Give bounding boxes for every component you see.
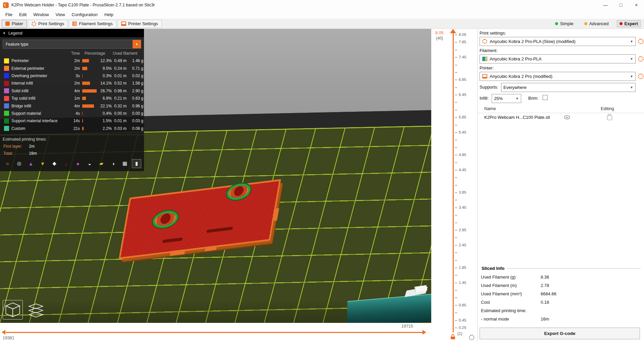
feature-color-swatch xyxy=(4,111,9,116)
object-editing-icon[interactable] xyxy=(607,115,612,120)
print-settings-value: Anycubic Kobra 2 Pro-PLA (Slow) (modifie… xyxy=(490,39,628,44)
filament-gear-button[interactable] xyxy=(638,56,644,62)
maximize-button[interactable]: □ xyxy=(613,0,629,10)
gl-canvas[interactable]: ▼ Legend Feature type ▼ Time Percentage … xyxy=(0,29,431,323)
window-title: K2Pro Webcam Holder - Tapo C100 Plate - … xyxy=(11,3,155,7)
tab-filament-settings[interactable]: Filament Settings xyxy=(69,20,116,28)
deretractions-icon[interactable]: ▲ xyxy=(26,159,36,168)
legend-header[interactable]: ▼ Legend xyxy=(0,29,144,37)
feature-percentage: 9.5% xyxy=(97,66,112,71)
layers-icon xyxy=(27,303,45,319)
layer-slider-track[interactable] xyxy=(453,33,454,332)
legend-row-internal-infill: Internal infill2m14.1%0.52 m1.56 g xyxy=(0,80,144,87)
dropdown-arrow-icon[interactable]: ▼ xyxy=(133,40,141,48)
layer-tick xyxy=(455,312,457,313)
divider xyxy=(507,268,641,268)
chevron-down-icon[interactable]: ▾ xyxy=(628,57,635,61)
shells-icon[interactable]: ◎ xyxy=(14,159,24,168)
mode-simple[interactable]: Simple xyxy=(552,20,576,27)
feature-length: 0.49 m xyxy=(112,58,127,63)
minimize-button[interactable]: — xyxy=(598,0,613,10)
menu-window[interactable]: Window xyxy=(30,12,52,17)
tab-printer-settings[interactable]: Printer Settings xyxy=(117,20,162,28)
percentage-bar-box xyxy=(82,104,97,108)
chevron-down-icon[interactable]: ▾ xyxy=(513,96,521,101)
sliced-info-row: Cost0.18 xyxy=(480,298,641,306)
travels-icon[interactable]: ≈ xyxy=(3,159,12,168)
close-button[interactable]: × xyxy=(629,0,644,10)
layer-tick-label: 7.45 xyxy=(459,55,466,59)
filament-combo[interactable]: Anycubic Kobra 2 Pro-PLA ▾ xyxy=(480,54,636,63)
total-time-row: Total: 16m xyxy=(0,149,144,156)
layer-tick xyxy=(455,65,457,65)
lock-icon[interactable] xyxy=(451,334,455,339)
brim-checkbox[interactable] xyxy=(543,95,548,100)
layer-tick xyxy=(455,297,457,298)
feature-length: 0.24 m xyxy=(112,66,127,71)
shells-view-icon[interactable]: ◑ xyxy=(108,159,118,168)
layer-tick xyxy=(455,57,457,58)
custom-gcode-icon[interactable]: ▰ xyxy=(97,159,106,168)
feature-name: Custom xyxy=(11,126,66,131)
print-settings-combo[interactable]: Anycubic Kobra 2 Pro-PLA (Slow) (modifie… xyxy=(480,37,636,46)
color-changes-icon[interactable]: ● xyxy=(73,159,83,168)
legend-toggle-icon[interactable]: ▮ xyxy=(132,159,141,168)
slider-left-arrow-icon[interactable] xyxy=(2,330,5,335)
print-settings-gear-button[interactable] xyxy=(638,39,644,44)
mode-expert[interactable]: Expert xyxy=(617,20,641,27)
layers-view-button[interactable] xyxy=(26,302,46,320)
tab-label: Print Settings xyxy=(38,21,64,26)
layer-tick xyxy=(455,117,457,118)
percentage-bar xyxy=(82,82,90,85)
menu-view[interactable]: View xyxy=(52,12,68,17)
seams-icon[interactable]: ◆ xyxy=(50,159,59,168)
layer-tick-label: 7.85 xyxy=(459,40,466,44)
feature-color-swatch xyxy=(4,103,9,108)
printer-gear-button[interactable] xyxy=(638,74,644,79)
cube-icon xyxy=(4,301,21,318)
legend-row-top-solid-infill: Top solid infill1m6.9%0.21 m0.63 g xyxy=(0,95,144,102)
slider-right-arrow-icon[interactable] xyxy=(423,330,426,335)
slider-gear-icon[interactable] xyxy=(469,335,475,340)
mode-advanced[interactable]: Advanced xyxy=(582,20,611,27)
tab-label: Filament Settings xyxy=(79,21,112,26)
time-estimate-icon[interactable]: ◒ xyxy=(85,159,94,168)
feature-name: Internal infill xyxy=(11,81,66,86)
window-controls: — □ × xyxy=(598,0,644,10)
printer-combo[interactable]: Anycubic Kobra 2 Pro (modified) ▾ xyxy=(480,72,636,81)
menu-edit[interactable]: Edit xyxy=(16,12,30,17)
menu-file[interactable]: File xyxy=(2,12,16,17)
export-gcode-button[interactable]: Export G-code xyxy=(480,328,640,339)
mode-dot-icon xyxy=(620,22,623,25)
percentage-bar xyxy=(82,67,87,70)
pause-prints-icon[interactable]: ↓ xyxy=(61,159,71,168)
layer-tick-label: 5.85 xyxy=(459,115,466,119)
layer-tick-label: 1.85 xyxy=(459,265,466,270)
layer-tick xyxy=(455,162,457,163)
column-percentage: Percentage xyxy=(85,51,111,56)
menu-configuration[interactable]: Configuration xyxy=(68,12,101,17)
retractions-icon[interactable]: ▼ xyxy=(38,159,47,168)
infill-combo[interactable]: 25% ▾ xyxy=(492,94,521,103)
layer-tick xyxy=(455,252,457,253)
collapse-arrow-icon[interactable]: ▼ xyxy=(3,32,6,35)
feature-percentage: 6.9% xyxy=(97,96,112,101)
feature-color-swatch xyxy=(4,126,9,131)
view-type-select[interactable]: Feature type ▼ xyxy=(3,40,141,49)
tab-print-settings[interactable]: Print Settings xyxy=(28,20,68,28)
chevron-down-icon[interactable]: ▾ xyxy=(628,85,635,90)
wireframe-icon[interactable]: ▦ xyxy=(120,159,130,168)
layer-tick xyxy=(455,192,457,193)
chevron-down-icon[interactable]: ▾ xyxy=(628,39,635,44)
layer-tick-label: 1.45 xyxy=(459,280,466,285)
3d-view-button[interactable] xyxy=(3,300,23,320)
menu-help[interactable]: Help xyxy=(101,12,117,17)
chevron-down-icon[interactable]: ▾ xyxy=(628,74,635,79)
visibility-eye-icon[interactable] xyxy=(564,115,570,120)
feature-time: 14s xyxy=(66,118,80,123)
object-list-row[interactable]: K2Pro Webcam H...C100 Plate.stl xyxy=(478,113,644,121)
hslider-track[interactable] xyxy=(6,332,423,333)
tab-plater[interactable]: Plater xyxy=(2,20,27,28)
supports-combo[interactable]: Everywhere ▾ xyxy=(501,83,636,92)
layer-tick xyxy=(455,147,457,148)
